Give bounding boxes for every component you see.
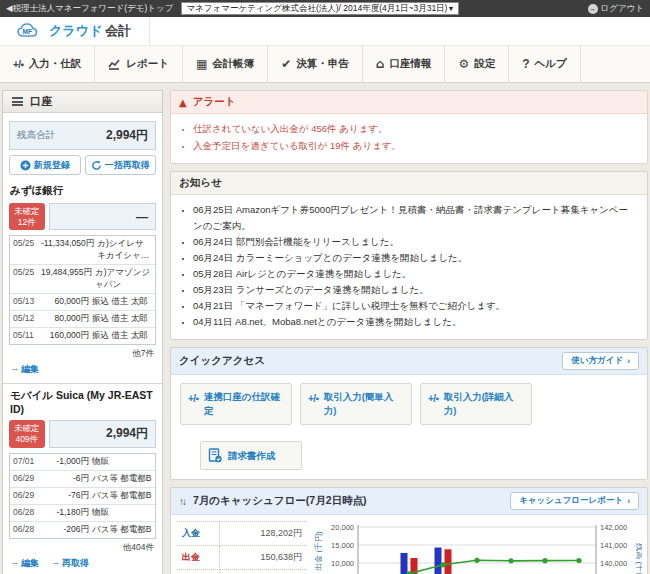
transaction-amount: -1,000円 [41, 456, 89, 468]
refetch-all-button[interactable]: 一括再取得 [85, 155, 157, 175]
register-account-button[interactable]: 新規登録 [9, 155, 81, 175]
transaction-amount: 19,484,955円 [41, 267, 92, 279]
transaction-row[interactable]: 05/1360,000円振込 借主 太郎 [10, 294, 155, 311]
account-link-edit[interactable]: →編集 [10, 363, 39, 376]
news-item[interactable]: 06月24日 部門別会計機能をリリースしました。 [193, 234, 637, 250]
svg-text:140,000: 140,000 [600, 559, 627, 568]
refetch-all-label: 一括再取得 [105, 159, 150, 172]
transaction-desc: 振込 借主 太郎 [92, 296, 152, 308]
cashflow-report-button[interactable]: キャッシュフローレポート › [510, 492, 639, 510]
news-title: お知らせ [179, 176, 222, 190]
alert-header: ▲ アラート [171, 91, 647, 114]
arrow-right-icon: → [51, 557, 60, 570]
cashflow-report-label: キャッシュフローレポート [519, 495, 623, 507]
nav-item-accounts[interactable]: ⌂口座情報 [363, 46, 446, 82]
nav-item-help[interactable]: ?ヘルプ [509, 46, 581, 82]
nav-item-settings[interactable]: ⚙設定 [445, 46, 509, 82]
refresh-icon [91, 160, 102, 171]
unconfirmed-badge: 未確定409件 [9, 420, 45, 447]
cashflow-summary-label: 出金 [177, 546, 219, 570]
account-transactions: 07/01-1,000円物販06/29-6円バス等 都電都B06/29-76円バ… [9, 453, 156, 539]
account-balance: — [49, 203, 157, 230]
badge-label: 未確定 [14, 206, 40, 217]
logout-button[interactable]: → ログアウト [588, 3, 645, 15]
news-item[interactable]: 04月21日 「マネーフォワード」に詳しい税理士を無料でご紹介します。 [193, 298, 637, 314]
cashflow-chart-svg: 05,00010,00015,00020,000138,000139,00014… [312, 521, 642, 574]
news-item[interactable]: 05月23日 ランサーズとのデータ連携を開始しました。 [193, 282, 637, 298]
quick-access-header: クイックアクセス 使い方ガイド › [171, 348, 647, 375]
quick-access-title: クイックアクセス [179, 354, 265, 368]
account-name: みずほ銀行 [10, 184, 155, 198]
quick-button-transaction-simple[interactable]: +/▪取引入力(簡単入力) [300, 383, 412, 426]
account-link-edit[interactable]: →編集 [10, 557, 39, 570]
news-panel: お知らせ 06月25日 Amazonギフト券5000円プレゼント！見積書・納品書… [170, 171, 648, 340]
transaction-row[interactable]: 06/28-206円バス等 都電都B [10, 522, 155, 538]
nav-item-report[interactable]: レポート [95, 46, 183, 82]
account-link-refetch[interactable]: →再取得 [51, 557, 89, 570]
transaction-date: 06/28 [13, 507, 38, 517]
company-period-value: マネフォマーケティング株式会社(法人)/ 2014年度(4月1日~3月31日) [186, 3, 447, 15]
account-status: 未確定12件— [9, 203, 156, 230]
transaction-desc: 物販 [92, 456, 152, 468]
main-nav: +/▪入力・仕訳レポート▦会計帳簿✔決算・申告⌂口座情報⚙設定?ヘルプ [0, 45, 650, 83]
svg-text:141,000: 141,000 [600, 541, 627, 550]
journal-entry-icon: +/▪ [428, 391, 439, 406]
unconfirmed-badge: 未確定12件 [9, 203, 45, 230]
transaction-row[interactable]: 05/2519,484,955円カ)アマゾンジャパン [10, 265, 155, 294]
transaction-desc: 振込 借主 太郎 [92, 313, 152, 325]
account-link-label: 再取得 [62, 557, 89, 570]
accounts-sidebar: 口座 残高合計 2,994円 新規登録 [2, 90, 163, 574]
transaction-row[interactable]: 05/11160,000円振込 借主 太郎 [10, 328, 155, 344]
cashflow-summary-label: 入金 [177, 522, 219, 546]
app-logo[interactable]: MF クラウド 会計 [0, 17, 150, 45]
account-list: みずほ銀行未確定12件—05/25-11,334,050円カ)シイレサキカイシャ… [3, 184, 162, 574]
cashflow-header: ↑↓ 7月のキャッシュフロー(7月2日時点) キャッシュフローレポート › [171, 488, 647, 515]
transaction-date: 05/11 [13, 330, 38, 340]
news-item[interactable]: 05月28日 Airレジとのデータ連携を開始しました。 [193, 266, 637, 282]
cashflow-summary-label: 今月残額 [177, 570, 219, 574]
company-period-select[interactable]: マネフォマーケティング株式会社(法人)/ 2014年度(4月1日~3月31日) … [181, 2, 459, 15]
journal-entry-icon: +/▪ [308, 391, 319, 406]
cashflow-summary-value: 140,167,871円 [219, 570, 307, 574]
cashflow-chart: 05,00010,00015,00020,000138,000139,00014… [313, 521, 641, 574]
total-balance-label: 残高合計 [17, 129, 55, 142]
alert-item: 入金予定日を過ぎている取引が 19件 あります。 [193, 138, 637, 155]
transaction-row[interactable]: 07/01-1,000円物販 [10, 454, 155, 471]
account-transactions: 05/25-11,334,050円カ)シイレサキカイシャ…05/2519,484… [9, 235, 156, 345]
more-count: 他404件 [11, 542, 154, 554]
logout-arrow-icon: → [588, 4, 598, 14]
news-item[interactable]: 06月25日 Amazonギフト券5000円プレゼント！見積書・納品書・請求書テ… [193, 202, 637, 234]
warning-triangle-icon: ▲ [179, 97, 187, 108]
nav-item-journal[interactable]: +/▪入力・仕訳 [0, 46, 95, 82]
quick-button-transaction-detailed[interactable]: +/▪取引入力(詳細入力) [420, 383, 532, 426]
news-item[interactable]: 06月24日 カラーミーショップとのデータ連携を開始しました。 [193, 250, 637, 266]
home-icon: ⌂ [376, 57, 385, 71]
account-status: 未確定409件2,994円 [9, 420, 156, 447]
quick-button-create-invoice[interactable]: 請求書作成 [200, 441, 302, 470]
transaction-row[interactable]: 06/29-6円バス等 都電都B [10, 471, 155, 488]
logout-label: ログアウト [601, 3, 645, 15]
menu-icon[interactable] [12, 97, 23, 106]
sidebar-title: 口座 [30, 94, 52, 109]
transaction-row[interactable]: 05/1280,000円振込 借主 太郎 [10, 311, 155, 328]
nav-item-ledger[interactable]: ▦会計帳簿 [183, 46, 268, 82]
transaction-amount: 160,000円 [41, 330, 89, 342]
cashflow-summary-row: 今月残額140,167,871円 [177, 570, 307, 574]
arrow-right-icon: → [10, 557, 19, 570]
usage-guide-label: 使い方ガイド [571, 355, 623, 367]
total-balance-box: 残高合計 2,994円 [9, 121, 156, 150]
alert-list: 仕訳されていない入出金が 456件 あります。入金予定日を過ぎている取引が 19… [171, 114, 647, 163]
chevron-right-icon: › [627, 356, 630, 366]
transaction-row[interactable]: 05/25-11,334,050円カ)シイレサキカイシャ… [10, 236, 155, 265]
usage-guide-button[interactable]: 使い方ガイド › [562, 352, 639, 370]
quick-button-confirm-linked-entries[interactable]: +/▪連携口座の仕訳確定 [180, 383, 292, 426]
news-item[interactable]: 04月11日 A8.net、Moba8.netとのデータ連携を開始しました。 [193, 314, 637, 330]
journal-entry-icon: +/▪ [188, 391, 199, 406]
register-account-label: 新規登録 [34, 159, 70, 172]
back-to-advisor-link[interactable]: ◀税理士法人マネーフォワード(デモ)トップ [6, 3, 173, 15]
transaction-row[interactable]: 06/29-76円バス等 都電都B [10, 488, 155, 505]
transaction-row[interactable]: 06/28-1,180円物販 [10, 505, 155, 522]
nav-item-closing[interactable]: ✔決算・申告 [268, 46, 363, 82]
updown-arrows-icon: ↑↓ [179, 496, 185, 507]
transaction-date: 07/01 [13, 456, 38, 466]
